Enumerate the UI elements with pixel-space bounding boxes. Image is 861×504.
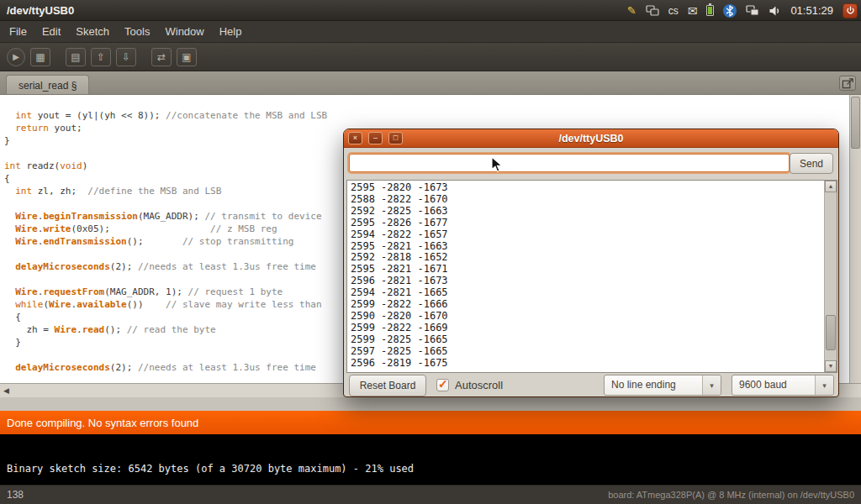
menu-help[interactable]: Help <box>212 21 250 43</box>
chevron-down-icon[interactable]: ▾ <box>815 375 833 395</box>
serial-input[interactable] <box>349 154 790 172</box>
serial-line: 2595 -2821 -1671 <box>351 264 821 276</box>
autoscroll-label: Autoscroll <box>455 379 503 391</box>
serial-monitor-controls: Reset Board ✓ Autoscroll No line ending … <box>344 375 838 398</box>
save-down-arrow-icon: ⇩ <box>122 51 130 63</box>
serial-line: 2595 -2820 -1673 <box>351 182 821 194</box>
session-power-icon[interactable] <box>843 3 858 19</box>
upload-button[interactable]: ⇄ <box>151 48 172 66</box>
editor-vertical-scrollbar[interactable] <box>849 95 861 383</box>
serial-monitor-window: × – □ /dev/ttyUSB0 Send 2595 -2820 -1673… <box>343 129 839 397</box>
transfer-arrows-icon: ⇄ <box>157 51 166 63</box>
menu-bar: FileEditSketchToolsWindowHelp <box>0 21 861 43</box>
new-file-icon: ▤ <box>71 51 80 63</box>
reset-board-button[interactable]: Reset Board <box>349 375 426 396</box>
serial-output-area[interactable]: 2595 -2820 -16732588 -2822 -16702592 -28… <box>346 180 837 373</box>
play-circle-icon: ▶ <box>13 52 19 61</box>
serial-line: 2599 -2822 -1666 <box>351 299 821 311</box>
minimize-icon[interactable]: – <box>368 132 383 144</box>
menu-file[interactable]: File <box>2 21 34 43</box>
checkmark-icon: ✓ <box>438 377 448 391</box>
line-ending-select[interactable]: No line ending ▾ <box>604 375 721 396</box>
status-message: Done compiling. No syntax errors found <box>7 417 198 429</box>
tab-bar: serial_read § <box>0 71 861 95</box>
stop-button[interactable]: ▦ <box>30 48 50 66</box>
menu-sketch[interactable]: Sketch <box>68 21 117 43</box>
serial-line: 2590 -2820 -1670 <box>351 311 821 323</box>
serial-line: 2594 -2822 -1657 <box>351 229 821 241</box>
serial-line: 2597 -2825 -1665 <box>351 346 821 358</box>
menu-tools[interactable]: Tools <box>117 21 157 43</box>
serial-line: 2595 -2821 -1663 <box>351 241 821 253</box>
scroll-up-arrow-icon[interactable]: ▲ <box>825 181 837 192</box>
serial-output-lines: 2595 -2820 -16732588 -2822 -16702592 -28… <box>347 181 824 372</box>
editor-footer-strip <box>0 397 861 411</box>
serial-line: 2599 -2825 -1665 <box>351 334 821 346</box>
save-button[interactable]: ⇩ <box>116 48 136 66</box>
line-ending-value: No line ending <box>605 375 702 395</box>
network-icon[interactable] <box>746 3 759 19</box>
serial-line: 2595 -2826 -1677 <box>351 218 821 229</box>
console-text: Binary sketch size: 6542 bytes (of a 307… <box>7 463 414 475</box>
notes-icon[interactable]: ✎ <box>627 3 637 19</box>
baud-rate-select[interactable]: 9600 baud ▾ <box>732 375 834 396</box>
send-button[interactable]: Send <box>790 153 833 174</box>
serial-monitor-titlebar[interactable]: × – □ /dev/ttyUSB0 <box>344 129 838 148</box>
verify-button[interactable]: ▶ <box>7 48 25 66</box>
workspace-icon[interactable] <box>646 3 659 19</box>
serial-line: 2588 -2822 -1670 <box>351 194 821 206</box>
serial-line: 2592 -2825 -1663 <box>351 206 821 218</box>
bluetooth-icon[interactable] <box>723 3 737 19</box>
menu-window[interactable]: Window <box>157 21 211 43</box>
scroll-left-arrow-icon[interactable]: ◀ <box>3 386 9 395</box>
maximize-icon[interactable]: □ <box>388 132 403 144</box>
system-tray: ✎ cs ✉ 01:51:29 <box>627 0 858 21</box>
serial-line: 2592 -2818 -1652 <box>351 252 821 264</box>
clock[interactable]: 01:51:29 <box>790 3 833 19</box>
mouse-cursor <box>491 156 503 176</box>
export-button[interactable]: ▣ <box>177 48 197 66</box>
serial-scrollbar[interactable]: ▲ ▼ <box>824 181 837 372</box>
focused-window-title: /dev/ttyUSB0 <box>7 4 74 17</box>
baud-rate-value: 9600 baud <box>732 375 815 395</box>
code-line: int yout = (yl|(yh << 8)); //concatenate… <box>4 109 861 122</box>
new-sketch-button[interactable]: ▤ <box>66 48 86 66</box>
board-info: board: ATmega328P(A) @ 8 MHz (internal) … <box>608 490 854 500</box>
serial-monitor-title: /dev/ttyUSB0 <box>344 129 838 148</box>
tab-serial-read[interactable]: serial_read § <box>6 75 89 94</box>
screen: /dev/ttyUSB0 ✎ cs ✉ 01:51:29 <box>0 0 861 504</box>
serial-monitor-button[interactable] <box>839 76 856 91</box>
window-buttons: × – □ <box>348 132 403 144</box>
footer-bar: 138 board: ATmega328P(A) @ 8 MHz (intern… <box>0 485 861 504</box>
open-up-arrow-icon: ⇧ <box>97 51 105 63</box>
line-number-indicator: 138 <box>7 489 24 501</box>
keyboard-layout-indicator[interactable]: cs <box>668 3 679 19</box>
stop-grid-icon: ▦ <box>35 51 45 63</box>
export-box-icon: ▣ <box>182 51 191 63</box>
editor-vscroll-thumb[interactable] <box>851 97 860 149</box>
serial-line: 2594 -2821 -1665 <box>351 287 821 299</box>
scroll-down-arrow-icon[interactable]: ▼ <box>825 360 837 372</box>
toolbar: ▶▦▤⇧⇩⇄▣ <box>0 43 861 71</box>
menu-edit[interactable]: Edit <box>34 21 68 43</box>
top-panel: /dev/ttyUSB0 ✎ cs ✉ 01:51:29 <box>0 0 861 21</box>
serial-line: 2596 -2821 -1673 <box>351 276 821 287</box>
serial-scrollbar-thumb[interactable] <box>826 315 836 350</box>
volume-icon[interactable] <box>769 3 781 19</box>
serial-line: 2599 -2822 -1669 <box>351 323 821 334</box>
status-bar: Done compiling. No syntax errors found <box>0 411 861 434</box>
autoscroll-checkbox[interactable]: ✓ <box>436 379 449 391</box>
serial-line: 2596 -2819 -1675 <box>351 358 821 370</box>
chevron-down-icon[interactable]: ▾ <box>702 375 721 395</box>
open-button[interactable]: ⇧ <box>91 48 111 66</box>
battery-icon[interactable] <box>706 3 714 19</box>
mail-icon[interactable]: ✉ <box>688 3 698 19</box>
close-icon[interactable]: × <box>348 132 362 144</box>
console-output: Binary sketch size: 6542 bytes (of a 307… <box>0 434 861 485</box>
battery-shape <box>706 5 714 16</box>
